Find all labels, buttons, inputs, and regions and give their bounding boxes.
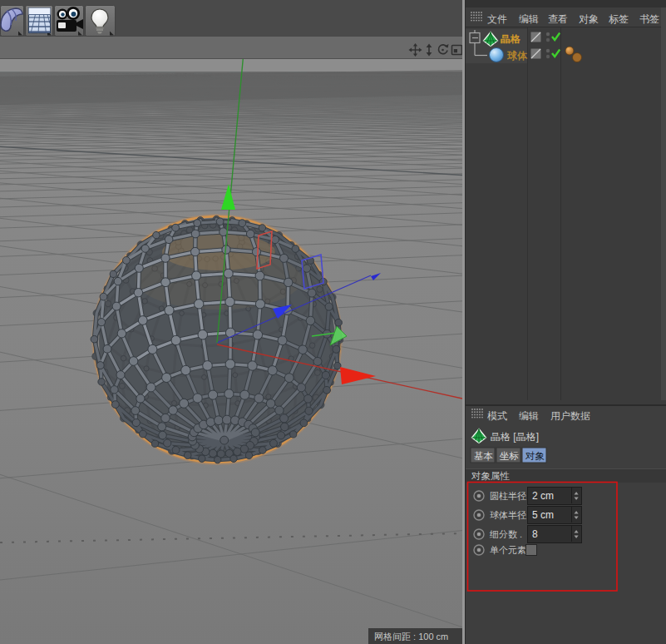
svg-text:标签: 标签: [609, 13, 629, 25]
svg-text:查看: 查看: [548, 13, 568, 25]
svg-text:球体半径: 球体半径: [490, 510, 526, 520]
svg-text:模式: 模式: [487, 410, 507, 422]
svg-text:对象: 对象: [525, 451, 545, 461]
svg-text:单个元素: 单个元素: [490, 545, 526, 555]
svg-text:编辑: 编辑: [519, 410, 539, 422]
svg-text:晶格: 晶格: [501, 33, 520, 45]
svg-text:坐标: 坐标: [499, 451, 519, 461]
svg-text:球体: 球体: [506, 50, 528, 62]
svg-text:5 cm: 5 cm: [532, 509, 554, 521]
svg-text:对象属性: 对象属性: [471, 471, 511, 481]
svg-text:对象: 对象: [579, 13, 599, 25]
svg-text:2 cm: 2 cm: [532, 490, 554, 502]
svg-text:编辑: 编辑: [519, 13, 539, 25]
svg-text:基本: 基本: [474, 451, 493, 461]
svg-text:用户数据: 用户数据: [550, 410, 590, 422]
svg-text:8: 8: [532, 528, 538, 540]
svg-text:细分数 .: 细分数 .: [489, 529, 522, 539]
svg-text:书签: 书签: [639, 13, 659, 25]
svg-text:圆柱半径: 圆柱半径: [490, 491, 526, 501]
svg-text:网格间距 : 100 cm: 网格间距 : 100 cm: [374, 632, 448, 642]
svg-text:文件: 文件: [487, 13, 507, 25]
svg-text:晶格 [晶格]: 晶格 [晶格]: [491, 431, 539, 443]
